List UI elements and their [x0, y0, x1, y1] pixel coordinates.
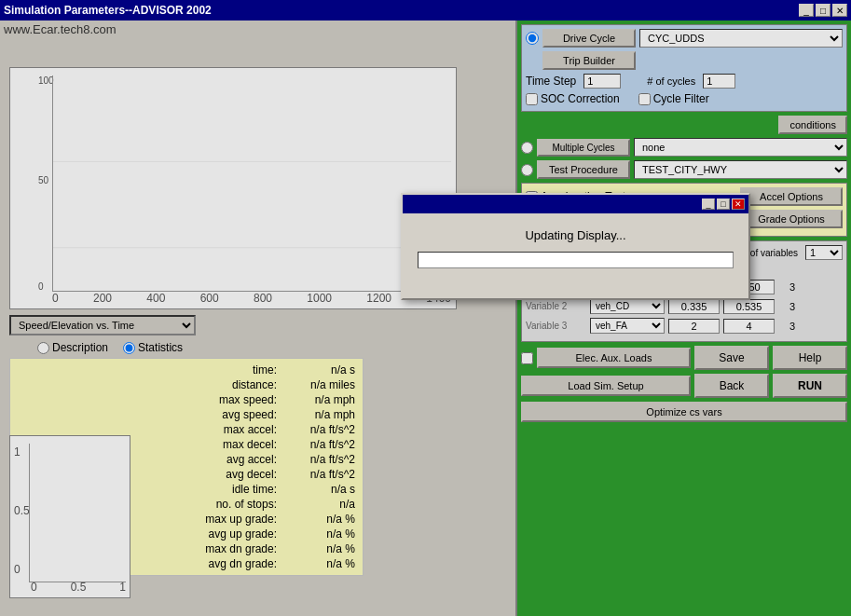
modal-message: Updating Display... [418, 228, 734, 242]
maximize-button[interactable]: □ [816, 4, 830, 17]
close-button[interactable]: ✕ [832, 4, 847, 17]
modal-overlay: _ □ ✕ Updating Display... [0, 21, 851, 616]
main-area: 100 50 0 0 200 400 600 800 1000 1200 140… [0, 21, 851, 616]
modal-title-bar: _ □ ✕ [403, 195, 748, 213]
modal-content: Updating Display... [403, 213, 748, 283]
modal-close-button[interactable]: ✕ [732, 198, 745, 210]
title-bar: Simulation Parameters--ADVISOR 2002 _ □ … [0, 0, 851, 21]
modal-progress-bar [418, 252, 734, 268]
window-title: Simulation Parameters--ADVISOR 2002 [4, 4, 212, 17]
title-bar-controls: _ □ ✕ [799, 4, 847, 17]
minimize-button[interactable]: _ [799, 4, 814, 17]
modal-window: _ □ ✕ Updating Display... [401, 193, 750, 300]
modal-minimize-button[interactable]: _ [702, 198, 715, 210]
modal-title-buttons: _ □ ✕ [702, 198, 745, 210]
modal-maximize-button[interactable]: □ [717, 198, 730, 210]
